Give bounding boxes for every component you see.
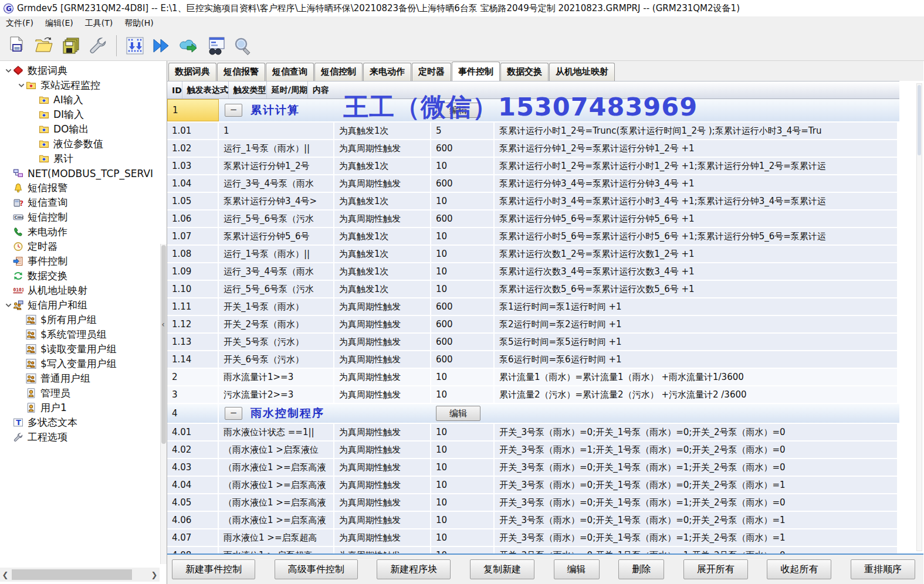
col-header-delay[interactable]: 延时/周期	[267, 82, 308, 99]
collapse-group-button[interactable]: −	[225, 407, 242, 420]
scrollbar-thumb[interactable]	[12, 569, 132, 580]
event-row-1.04[interactable]: 1.04运行_3号_4号泵（雨水为真周期性触发600泵累计运行分钟3_4号=泵累…	[167, 175, 899, 193]
tree-item-15[interactable]: 0101从机地址映射	[0, 283, 167, 298]
chevron-down-icon[interactable]	[4, 301, 13, 310]
tree-item-23[interactable]: 用户1	[0, 400, 167, 415]
event-row-4.01[interactable]: 4.01雨水液位计状态 ==1||为真周期性触发10开关_3号泵（雨水）=0;开…	[167, 424, 899, 442]
sidebar-vertical-scrollbar[interactable]	[160, 244, 167, 564]
event-row-1.05[interactable]: 1.05泵累计运行分钟3_4号>为真触发1次10泵累计运行小时3_4号=泵累计运…	[167, 193, 899, 210]
menu-help[interactable]: 帮助(H)	[119, 17, 159, 30]
event-row-4.07[interactable]: 4.07雨水液位1 >=启泵超高为真周期性触发10开关_3号泵（雨水）=0;开关…	[167, 529, 899, 547]
tab-2[interactable]: 短信查询	[266, 63, 314, 81]
tree-item-3[interactable]: DI输入	[0, 107, 167, 122]
save-all-icon[interactable]	[57, 33, 84, 59]
tree-item-8[interactable]: 短信报警	[0, 181, 167, 195]
tree-item-24[interactable]: T多状态文本	[0, 415, 167, 430]
new-program-block-button[interactable]: 新建程序块	[377, 559, 451, 579]
group-row-4[interactable]: 4−雨水控制程序编辑	[167, 404, 899, 424]
scroll-right-icon[interactable]: ❯	[149, 571, 160, 579]
tree-item-10[interactable]: Cmd短信控制	[0, 210, 167, 225]
scroll-left-icon[interactable]: ❮	[0, 571, 11, 579]
event-row-1.02[interactable]: 1.02运行_1号泵（雨水）||为真周期性触发600泵累计运行分钟1_2号=泵累…	[167, 140, 899, 158]
edit-button[interactable]: 编辑	[554, 559, 600, 579]
tree-item-14[interactable]: 数据交换	[0, 269, 167, 283]
tab-7[interactable]: 数据交换	[500, 63, 549, 81]
event-row-1.11[interactable]: 1.11开关_1号泵（雨水）为真周期性触发600泵1运行时间=泵1运行时间 +1	[167, 298, 899, 316]
tree-item-9[interactable]: ?短信查询	[0, 195, 167, 210]
event-row-4.04[interactable]: 4.04（雨水液位1 >=启泵高液为真周期性触发10开关_3号泵（雨水）=0;开…	[167, 477, 899, 494]
col-header-content[interactable]: 内容	[308, 82, 329, 99]
tree-item-4[interactable]: DO输出	[0, 122, 167, 137]
sidebar-collapse-handle[interactable]: ‹	[160, 318, 166, 331]
sidebar-horizontal-scrollbar[interactable]: ❮ ❯	[0, 568, 160, 582]
tree-item-0[interactable]: 数据词典	[0, 63, 167, 78]
tab-8[interactable]: 从机地址映射	[549, 63, 615, 81]
tree-item-25[interactable]: 工程选项	[0, 430, 167, 444]
event-row-4.03[interactable]: 4.03（雨水液位1 >=启泵高液为真周期性触发10开关_3号泵（雨水）=0;开…	[167, 459, 899, 477]
new-event-button[interactable]: 新建事件控制	[172, 559, 255, 579]
expand-all-button[interactable]: 展开所有	[683, 559, 748, 579]
tree-item-19[interactable]: $读取变量用户组	[0, 342, 167, 356]
event-row-4.05[interactable]: 4.05（雨水液位1 >=启泵高液为真周期性触发10开关_3号泵（雨水）=0;开…	[167, 494, 899, 512]
new-project-icon[interactable]	[4, 33, 31, 59]
tree-item-5[interactable]: 液位参数值	[0, 137, 167, 151]
delete-button[interactable]: 删除	[618, 559, 664, 579]
tree-item-18[interactable]: $系统管理员组	[0, 327, 167, 342]
event-row-1.07[interactable]: 1.07泵累计运行分钟5_6号为真触发1次10泵累计运行小时5_6号=泵累计运行…	[167, 228, 899, 246]
menu-tools[interactable]: 工具(T)	[79, 17, 119, 30]
tree-item-20[interactable]: $写入变量用户组	[0, 356, 167, 371]
table-vertical-scrollbar[interactable]	[916, 83, 922, 551]
selected-row-id-cell[interactable]: 1	[167, 99, 219, 121]
tree-item-17[interactable]: $所有用户组	[0, 313, 167, 327]
event-row-1.06[interactable]: 1.06运行_5号_6号泵（污水为真周期性触发600泵累计运行分钟5_6号=泵累…	[167, 210, 899, 228]
advanced-event-button[interactable]: 高级事件控制	[275, 559, 358, 579]
tree-item-13[interactable]: 事件控制	[0, 254, 167, 269]
event-row-4.06[interactable]: 4.06（雨水液位1 >=启泵高液为真周期性触发10开关_3号泵（雨水）=0;开…	[167, 512, 899, 529]
tree-item-6[interactable]: 累计	[0, 151, 167, 166]
copy-new-button[interactable]: 复制新建	[470, 559, 534, 579]
remote-debug-icon[interactable]	[202, 33, 229, 59]
search-icon[interactable]	[229, 33, 256, 59]
tab-5[interactable]: 定时器	[412, 63, 451, 81]
collapse-group-button[interactable]: −	[225, 104, 242, 117]
tree-item-7[interactable]: NET(MODBUS_TCP_SERVI	[0, 166, 167, 181]
row-id-cell[interactable]: 4	[167, 404, 219, 423]
tools-icon[interactable]	[84, 33, 111, 59]
group-edit-button[interactable]: 编辑	[436, 406, 480, 421]
event-row-1.01[interactable]: 1.011为真触发1次5泵累计运行小时1_2号=Trunc(泵累计运行时间1_2…	[167, 123, 899, 140]
reorder-button[interactable]: 重排顺序	[851, 559, 915, 579]
event-row-3[interactable]: 3污水流量计2>=3为真周期性触发10累计流量2（污水）=累计流量2（污水） +…	[167, 386, 899, 404]
tab-1[interactable]: 短信报警	[217, 63, 265, 81]
col-header-id[interactable]: ID	[167, 82, 182, 99]
menu-edit[interactable]: 编辑(E)	[39, 17, 79, 30]
tree-item-1[interactable]: 泵站远程监控	[0, 78, 167, 93]
event-row-1.03[interactable]: 1.03泵累计运行分钟1_2号为真触发1次10泵累计运行小时1_2号=泵累计运行…	[167, 158, 899, 175]
event-row-1.13[interactable]: 1.13开关_5号泵（污水）为真周期性触发600泵5运行时间=泵5运行时间 +1	[167, 334, 899, 351]
event-row-1.08[interactable]: 1.08运行_1号泵（雨水）||为真触发1次10泵累计运行次数1_2号=泵累计运…	[167, 246, 899, 263]
col-header-expr[interactable]: 触发表达式	[182, 82, 229, 99]
event-row-1.10[interactable]: 1.10运行_5号_6号泵（污水为真触发1次10泵累计运行次数5_6号=泵累计运…	[167, 281, 899, 298]
tab-4[interactable]: 来电动作	[363, 63, 411, 81]
open-project-icon[interactable]	[31, 33, 57, 59]
col-header-type[interactable]: 触发类型	[229, 82, 267, 99]
tab-0[interactable]: 数据词典	[168, 63, 216, 81]
chevron-down-icon[interactable]	[16, 81, 26, 90]
collapse-all-button[interactable]: 收起所有	[767, 559, 831, 579]
menu-file[interactable]: 文件(F)	[0, 17, 39, 30]
group-row-1[interactable]: 1−累计计算编辑	[167, 99, 899, 123]
event-row-4.02[interactable]: 4.02（雨水液位1 >启泵液位为真周期性触发10开关_3号泵（雨水）=1;开关…	[167, 442, 899, 459]
event-row-4.08[interactable]: 4.08雨水液位1 > 启泵超高为真周期性触发10开关_3号泵（雨水）=0;开关…	[167, 547, 899, 554]
chevron-down-icon[interactable]	[4, 66, 13, 76]
event-row-1.14[interactable]: 1.14开关_6号泵（污水）为真周期性触发600泵6运行时间=泵6运行时间 +1	[167, 351, 899, 369]
group-edit-button[interactable]: 编辑	[436, 103, 480, 118]
tree-item-12[interactable]: 定时器	[0, 239, 167, 254]
run-download-icon[interactable]	[148, 33, 175, 59]
event-row-1.09[interactable]: 1.09运行_3号_4号泵（雨水为真触发1次10泵累计运行次数3_4号=泵累计运…	[167, 263, 899, 281]
tree-item-11[interactable]: 来电动作	[0, 225, 167, 239]
tree-item-16[interactable]: 短信用户和组	[0, 298, 167, 313]
tab-3[interactable]: 短信控制	[314, 63, 363, 81]
event-row-1.12[interactable]: 1.12开关_2号泵（雨水）为真周期性触发600泵2运行时间=泵2运行时间 +1	[167, 316, 899, 334]
tree-item-21[interactable]: 普通用户组	[0, 371, 167, 386]
tab-6[interactable]: 事件控制	[452, 62, 500, 81]
tree-item-2[interactable]: AI输入	[0, 93, 167, 107]
